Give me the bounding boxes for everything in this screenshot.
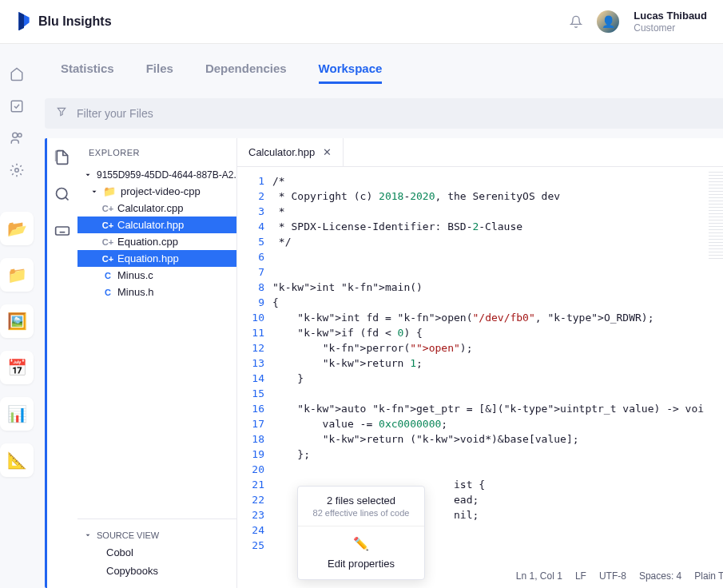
- file-item[interactable]: C+Equation.cpp: [77, 233, 236, 250]
- filter-input[interactable]: [77, 107, 723, 120]
- app-header: Blu Insights 👤 Lucas Thibaud Customer: [0, 0, 723, 44]
- tree-folder[interactable]: 📁 project-video-cpp: [77, 183, 236, 200]
- app-name: Blu Insights: [38, 14, 112, 29]
- list-view-icon[interactable]: [717, 145, 723, 159]
- tab-workspace[interactable]: Workspace: [319, 55, 383, 84]
- left-sidebar: 📂 📁 🖼️ 📅 📊 📐: [0, 44, 34, 588]
- svg-rect-0: [11, 101, 22, 112]
- tool-tile-5[interactable]: 📊: [0, 397, 34, 431]
- editor-tab-label: Calculator.hpp: [248, 146, 315, 158]
- nav-people-icon[interactable]: [2, 124, 31, 153]
- file-name: Equation.hpp: [117, 252, 179, 264]
- status-encoding[interactable]: UTF-8: [599, 570, 626, 582]
- tool-tile-2[interactable]: 📁: [0, 258, 34, 292]
- svg-point-2: [18, 133, 22, 137]
- selection-popup: 2 files selected 82 effective lines of c…: [297, 486, 425, 580]
- svg-point-3: [15, 169, 19, 173]
- rail-files-icon[interactable]: [54, 149, 70, 169]
- source-view-item[interactable]: Copybooks: [84, 562, 230, 580]
- svg-rect-5: [56, 227, 70, 235]
- status-spaces[interactable]: Spaces: 4: [639, 570, 681, 582]
- source-view: SOURCE VIEW Cobol Copybooks: [77, 518, 236, 588]
- tab-statistics[interactable]: Statistics: [61, 55, 114, 84]
- tool-tile-4[interactable]: 📅: [0, 351, 34, 384]
- minimap[interactable]: [704, 167, 723, 588]
- rail-keyboard-icon[interactable]: [54, 223, 70, 242]
- nav-home-icon[interactable]: [2, 60, 31, 89]
- editor-tabs: Calculator.hpp ✕: [237, 138, 723, 167]
- edit-properties-button[interactable]: ✏️ Edit properties: [298, 526, 424, 579]
- filter-icon[interactable]: [56, 106, 67, 121]
- rail-search-icon[interactable]: [54, 186, 70, 205]
- file-item[interactable]: C+Calculator.cpp: [77, 200, 236, 217]
- status-eol[interactable]: LF: [575, 570, 586, 582]
- source-view-item[interactable]: Cobol: [84, 543, 230, 562]
- source-view-header[interactable]: SOURCE VIEW: [84, 527, 230, 543]
- chevron-down-icon: [84, 171, 92, 179]
- tree-root[interactable]: 9155D959-45DD-4644-887B-A2...: [77, 167, 236, 183]
- file-type-icon: C+: [103, 204, 113, 213]
- file-name: Minus.h: [117, 286, 154, 298]
- file-type-icon: C+: [103, 220, 113, 230]
- file-tree: 9155D959-45DD-4644-887B-A2... 📁 project-…: [77, 167, 236, 518]
- status-lang[interactable]: Plain Text: [694, 570, 723, 582]
- file-type-icon: C: [103, 288, 113, 297]
- tab-files[interactable]: Files: [146, 55, 173, 84]
- svg-point-1: [13, 133, 18, 137]
- folder-icon: 📁: [103, 185, 116, 197]
- user-info[interactable]: Lucas Thibaud Customer: [634, 10, 707, 34]
- file-item[interactable]: CMinus.c: [77, 267, 236, 284]
- file-item[interactable]: C+Equation.hpp: [77, 250, 236, 267]
- popup-title: 2 files selected: [306, 495, 416, 507]
- file-type-icon: C: [103, 271, 113, 280]
- filter-bar: [45, 98, 723, 129]
- nav-settings-icon[interactable]: [2, 156, 31, 185]
- popup-subtitle: 82 effective lines of code: [306, 508, 416, 518]
- tool-tile-3[interactable]: 🖼️: [0, 304, 34, 338]
- main-tabs: Statistics Files Dependencies Workspace: [45, 55, 723, 84]
- file-item[interactable]: CMinus.h: [77, 284, 236, 300]
- explorer-panel: EXPLORER 9155D959-45DD-4644-887B-A2... 📁…: [77, 138, 237, 588]
- file-name: Calculator.hpp: [117, 219, 184, 231]
- user-role: Customer: [634, 22, 707, 34]
- close-icon[interactable]: ✕: [323, 146, 332, 158]
- pencil-icon: ✏️: [353, 536, 369, 551]
- explorer-title: EXPLORER: [77, 138, 236, 167]
- file-name: Equation.cpp: [117, 236, 178, 248]
- popup-action-label: Edit properties: [328, 558, 395, 570]
- tool-tile-1[interactable]: 📂: [0, 212, 34, 245]
- editor-tab[interactable]: Calculator.hpp ✕: [237, 138, 344, 166]
- tab-dependencies[interactable]: Dependencies: [205, 55, 287, 84]
- logo[interactable]: Blu Insights: [16, 12, 112, 31]
- svg-point-4: [57, 189, 67, 199]
- chevron-down-icon: [84, 531, 92, 539]
- file-type-icon: C+: [103, 254, 113, 264]
- tool-tile-6[interactable]: 📐: [0, 443, 34, 477]
- file-name: Calculator.cpp: [117, 202, 183, 214]
- file-name: Minus.c: [117, 269, 153, 281]
- status-bar: Ln 1, Col 1 LF UTF-8 Spaces: 4 Plain Tex…: [511, 567, 723, 585]
- line-gutter: 1234567891011121314151617181920212223242…: [237, 167, 272, 588]
- notifications-icon[interactable]: [570, 15, 582, 28]
- chevron-down-icon: [90, 188, 98, 196]
- file-type-icon: C+: [103, 237, 113, 247]
- user-name: Lucas Thibaud: [634, 10, 707, 22]
- explorer-rail: [47, 138, 77, 588]
- logo-icon: [16, 12, 32, 31]
- avatar[interactable]: 👤: [597, 10, 619, 33]
- file-item[interactable]: C+Calculator.hpp: [77, 217, 236, 233]
- status-cursor[interactable]: Ln 1, Col 1: [516, 570, 562, 582]
- nav-check-icon[interactable]: [2, 92, 31, 121]
